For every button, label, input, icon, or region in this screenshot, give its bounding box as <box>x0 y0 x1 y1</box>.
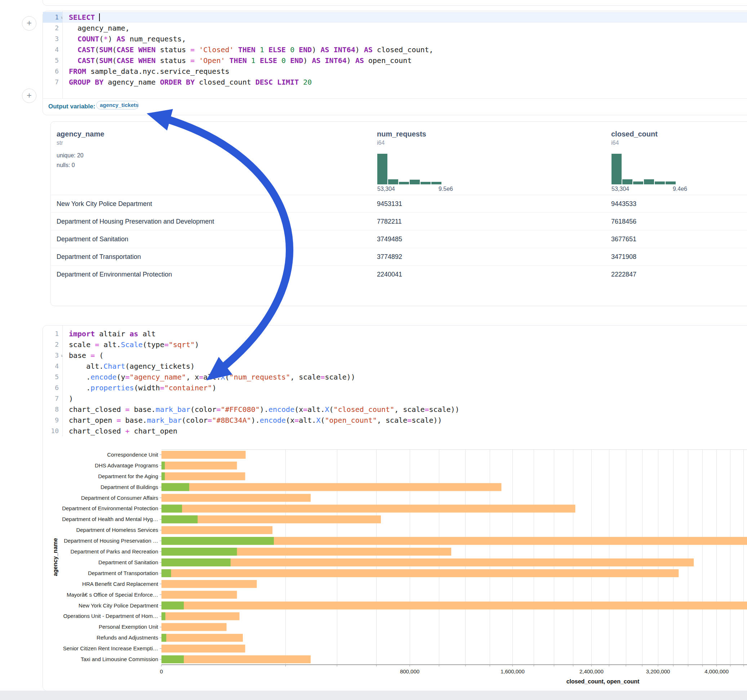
code-line[interactable]: 7GROUP BY agency_name ORDER BY closed_co… <box>43 77 747 88</box>
code-line[interactable]: 5 CAST(SUM(CASE WHEN status = 'Open' THE… <box>43 55 747 66</box>
code-text: CAST(SUM(CASE WHEN status = 'Closed' THE… <box>69 44 747 55</box>
bar-closed-count <box>162 472 245 480</box>
fold-chevron-icon[interactable]: ∨ <box>60 350 63 361</box>
line-number: 10 <box>43 425 62 436</box>
code-line[interactable]: 4 CAST(SUM(CASE WHEN status = 'Closed' T… <box>43 44 747 55</box>
histogram-bar <box>399 182 409 184</box>
column-header[interactable]: closed_count <box>611 130 658 138</box>
bar-closed-count <box>162 504 575 512</box>
column-header[interactable]: num_requests <box>377 130 426 138</box>
histogram-bar <box>377 154 387 184</box>
code-text: agency_name, <box>69 23 747 33</box>
code-line[interactable]: 7) <box>43 393 747 404</box>
line-number: 2 <box>43 339 62 350</box>
code-line[interactable]: 6 .properties(width="container") <box>43 382 747 393</box>
previous-cell-edge <box>42 0 747 6</box>
cell-agency-name: Department of Transportation <box>57 253 141 261</box>
cell-agency-name: New York City Police Department <box>57 200 152 208</box>
code-text: alt.Chart(agency_tickets) <box>69 361 747 372</box>
column-dtype: str <box>57 140 63 146</box>
y-axis-label: Department of Parks and Recreation <box>71 548 158 555</box>
y-axis-label: Correspondence Unit <box>107 451 159 458</box>
line-number: 1∨ <box>43 12 62 23</box>
y-axis-label: Department of Buildings <box>101 484 158 490</box>
code-line[interactable]: 9chart_open = base.mark_bar(color="#8BC3… <box>43 415 747 425</box>
bar-open-count <box>162 504 182 512</box>
x-axis-title: closed_count, open_count <box>567 678 640 685</box>
code-line[interactable]: 3 COUNT(*) AS num_requests, <box>43 33 747 44</box>
cell-value: 3677651 <box>611 235 637 243</box>
bar-closed-count <box>162 655 311 663</box>
line-number: 8 <box>43 404 62 415</box>
code-line[interactable]: 2 agency_name, <box>43 23 747 33</box>
y-axis-label: Department of Transportation <box>88 570 158 576</box>
column-dtype: i64 <box>377 140 384 146</box>
bar-closed-count <box>162 612 240 620</box>
bar-open-count <box>162 602 184 609</box>
y-axis-label: New York City Police Department <box>79 602 159 608</box>
code-line[interactable]: 1∨SELECT <box>43 12 747 23</box>
line-number: 6 <box>43 66 62 77</box>
line-number: 3∨ <box>43 350 62 361</box>
cell-value: 2240041 <box>377 271 402 278</box>
table-row: Department of Sanitation37494853677651 <box>51 230 747 248</box>
y-axis-label: Department for the Aging <box>98 473 158 479</box>
bar-open-count <box>162 548 237 556</box>
bar-closed-count <box>162 634 243 642</box>
column-header[interactable]: agency_name <box>57 130 104 138</box>
code-line[interactable]: 3∨base = ( <box>43 350 747 361</box>
y-axis-label: Refunds and Adjustments <box>97 634 158 641</box>
bar-closed-count <box>162 569 679 577</box>
y-axis-label: HRA Benefit Card Replacement <box>82 581 159 587</box>
add-cell-button-top[interactable]: + <box>22 16 36 31</box>
line-number: 6 <box>43 382 62 393</box>
line-number: 5 <box>43 372 62 382</box>
code-text: CAST(SUM(CASE WHEN status = 'Open' THEN … <box>69 55 747 66</box>
histogram-bar <box>431 182 442 184</box>
column-stat: nulls: 0 <box>57 162 75 169</box>
output-variable-pill[interactable]: agency_tickets <box>96 101 139 109</box>
code-line[interactable]: 2scale = alt.Scale(type="sqrt") <box>43 339 747 350</box>
code-line[interactable]: 5 .encode(y="agency_name", x=alt.X("num_… <box>43 372 747 382</box>
x-tick-label: 800,000 <box>400 668 419 674</box>
y-axis-label: Department of Housing Preservation … <box>64 538 158 544</box>
column-histogram <box>611 153 683 184</box>
code-text: chart_open = base.mark_bar(color="#8BC34… <box>69 415 747 425</box>
cell-value: 7618456 <box>611 218 637 225</box>
code-text: chart_closed = base.mark_bar(color="#FFC… <box>69 404 747 415</box>
histogram-bar <box>388 180 398 184</box>
cell-value: 3774892 <box>377 253 402 261</box>
bar-open-count <box>162 483 189 491</box>
dataframe-preview: agency_namestrunique: 20nulls: 0num_requ… <box>50 121 747 306</box>
hist-max: 9.4e6 <box>673 186 687 192</box>
table-row: Department of Transportation377489234719… <box>51 248 747 266</box>
fold-chevron-icon[interactable]: ∨ <box>60 12 63 23</box>
hist-min: 53,304 <box>611 186 629 192</box>
y-axis-label: Department of Sanitation <box>98 559 158 565</box>
column-histogram <box>377 153 449 184</box>
y-axis-label: Senior Citizen Rent Increase Exempti… <box>63 645 158 652</box>
code-line[interactable]: 6FROM sample_data.nyc.service_requests <box>43 66 747 77</box>
line-number: 4 <box>43 44 62 55</box>
cell-value: 9443533 <box>611 200 637 208</box>
sql-cell: 1∨SELECT 2 agency_name,3 COUNT(*) AS num… <box>42 11 747 115</box>
code-text: base = ( <box>69 350 747 361</box>
table-row: Department of Housing Preservation and D… <box>51 213 747 231</box>
y-axis-label: Mayorâ€ s Office of Special Enforce… <box>67 591 158 598</box>
code-line[interactable]: 1import altair as alt <box>43 328 747 339</box>
code-line[interactable]: 10chart_closed + chart_open <box>43 425 747 436</box>
add-cell-button-middle[interactable]: + <box>22 89 36 103</box>
cell-agency-name: Department of Sanitation <box>57 235 128 243</box>
histogram-bar <box>622 180 632 184</box>
code-text: .encode(y="agency_name", x=alt.X("num_re… <box>69 372 747 382</box>
sql-code-editor[interactable]: 1∨SELECT 2 agency_name,3 COUNT(*) AS num… <box>43 12 747 98</box>
code-line[interactable]: 8chart_closed = base.mark_bar(color="#FF… <box>43 404 747 415</box>
histogram-bar <box>420 182 431 184</box>
text-cursor <box>99 13 100 21</box>
histogram-bar <box>633 181 643 184</box>
x-tick-label: 4,000,000 <box>705 668 729 674</box>
histogram-bar <box>410 180 420 184</box>
code-line[interactable]: 4 alt.Chart(agency_tickets) <box>43 361 747 372</box>
table-row: Department of Environmental Protection22… <box>51 266 747 284</box>
python-code-editor[interactable]: 1import altair as alt2scale = alt.Scale(… <box>43 328 747 436</box>
